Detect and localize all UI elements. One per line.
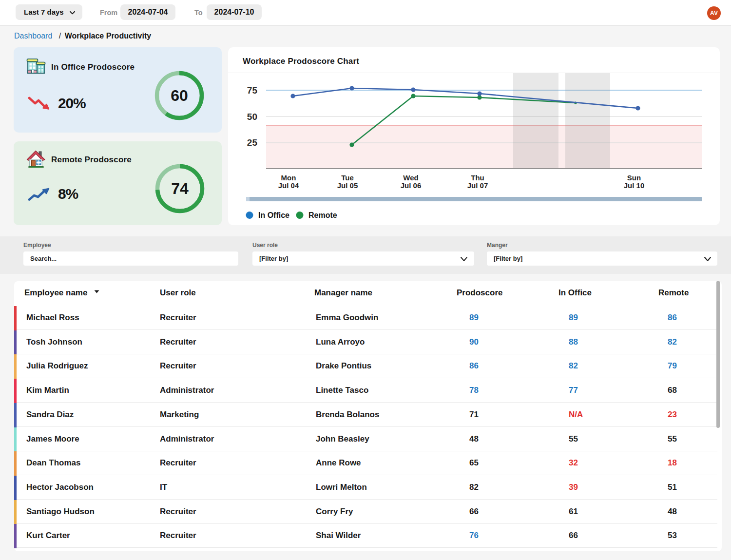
svg-text:60: 60 (171, 87, 188, 104)
svg-text:Remote: Remote (308, 211, 337, 219)
svg-text:25: 25 (247, 137, 258, 148)
svg-text:75: 75 (247, 85, 258, 96)
svg-text:Wed: Wed (403, 174, 418, 182)
svg-text:Jul 06: Jul 06 (401, 181, 422, 190)
svg-text:Jul 04: Jul 04 (278, 181, 299, 190)
svg-text:Tue: Tue (341, 174, 354, 182)
svg-text:Mon: Mon (281, 174, 296, 182)
svg-text:50: 50 (247, 112, 257, 122)
svg-text:Thu: Thu (471, 174, 484, 182)
svg-text:Jul 10: Jul 10 (624, 181, 645, 190)
svg-text:74: 74 (171, 180, 189, 197)
svg-text:Jul 05: Jul 05 (337, 181, 358, 190)
svg-text:Jul 07: Jul 07 (467, 181, 488, 190)
svg-text:Sun: Sun (627, 174, 641, 182)
svg-text:In Office: In Office (258, 211, 289, 219)
